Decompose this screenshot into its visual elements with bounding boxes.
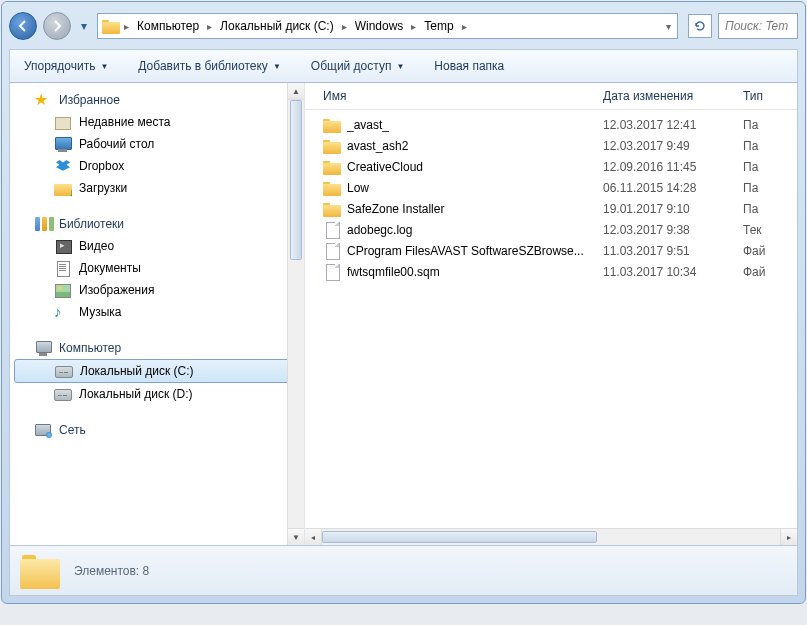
back-button[interactable]	[9, 12, 37, 40]
file-type: Па	[743, 160, 758, 174]
file-list-pane: Имя Дата изменения Тип _avast_12.03.2017…	[305, 83, 797, 545]
libraries-icon	[34, 216, 52, 232]
nav-disk-d[interactable]: Локальный диск (D:)	[10, 383, 304, 405]
sidebar-scrollbar[interactable]: ▲ ▼	[287, 83, 304, 545]
file-type: Тек	[743, 223, 762, 237]
file-name: CreativeCloud	[347, 160, 603, 174]
file-name: SafeZone Installer	[347, 202, 603, 216]
libraries-header[interactable]: Библиотеки	[10, 213, 304, 235]
file-type: Фай	[743, 244, 766, 258]
organize-button[interactable]: Упорядочить▼	[20, 56, 112, 76]
nav-recent-places[interactable]: Недавние места	[10, 111, 304, 133]
details-pane: Элементов: 8	[9, 546, 798, 596]
folder-icon	[102, 18, 120, 34]
scroll-up-button[interactable]: ▲	[288, 83, 304, 100]
refresh-button[interactable]	[688, 14, 712, 38]
nav-music[interactable]: Музыка	[10, 301, 304, 323]
file-icon	[323, 222, 341, 238]
folder-icon	[323, 159, 341, 175]
folder-icon	[323, 201, 341, 217]
item-count: Элементов: 8	[74, 564, 149, 578]
scroll-down-button[interactable]: ▼	[288, 528, 304, 545]
folder-icon	[20, 553, 60, 589]
command-bar: Упорядочить▼ Добавить в библиотеку▼ Общи…	[9, 49, 798, 83]
scroll-left-button[interactable]: ◂	[305, 529, 322, 545]
computer-header[interactable]: Компьютер	[10, 337, 304, 359]
navigation-pane: Избранное Недавние места Рабочий стол Dr…	[10, 83, 305, 545]
chevron-down-icon: ▼	[396, 62, 404, 71]
file-row[interactable]: fwtsqmfile00.sqm11.03.2017 10:34Фай	[323, 261, 797, 282]
share-button[interactable]: Общий доступ▼	[307, 56, 409, 76]
file-name: adobegc.log	[347, 223, 603, 237]
document-icon	[54, 260, 72, 276]
search-input[interactable]: Поиск: Tem	[718, 13, 798, 39]
chevron-right-icon[interactable]: ▸	[460, 21, 469, 32]
chevron-right-icon[interactable]: ▸	[122, 21, 131, 32]
file-name: Low	[347, 181, 603, 195]
scroll-thumb[interactable]	[322, 531, 597, 543]
chevron-down-icon: ▼	[100, 62, 108, 71]
file-date: 12.09.2016 11:45	[603, 160, 743, 174]
star-icon	[34, 92, 52, 108]
file-type: Па	[743, 139, 758, 153]
file-icon	[323, 264, 341, 280]
nav-dropbox[interactable]: Dropbox	[10, 155, 304, 177]
disk-icon	[55, 363, 73, 379]
nav-documents[interactable]: Документы	[10, 257, 304, 279]
file-name: avast_ash2	[347, 139, 603, 153]
breadcrumb-temp[interactable]: Temp	[420, 14, 457, 38]
file-row[interactable]: avast_ash212.03.2017 9:49Па	[323, 135, 797, 156]
file-row[interactable]: CreativeCloud12.09.2016 11:45Па	[323, 156, 797, 177]
file-name: _avast_	[347, 118, 603, 132]
file-type: Па	[743, 118, 758, 132]
file-name: fwtsqmfile00.sqm	[347, 265, 603, 279]
file-row[interactable]: SafeZone Installer19.01.2017 9:10Па	[323, 198, 797, 219]
address-dropdown[interactable]: ▾	[664, 21, 673, 32]
file-row[interactable]: adobegc.log12.03.2017 9:38Тек	[323, 219, 797, 240]
file-date: 11.03.2017 9:51	[603, 244, 743, 258]
nav-videos[interactable]: Видео	[10, 235, 304, 257]
dropbox-icon	[54, 158, 72, 174]
file-row[interactable]: Low06.11.2015 14:28Па	[323, 177, 797, 198]
computer-icon	[34, 340, 52, 356]
desktop-icon	[54, 136, 72, 152]
nav-history-dropdown[interactable]: ▾	[77, 12, 91, 40]
chevron-right-icon[interactable]: ▸	[205, 21, 214, 32]
file-row[interactable]: CProgram FilesAVAST SoftwareSZBrowse...1…	[323, 240, 797, 261]
file-type: Па	[743, 202, 758, 216]
file-date: 19.01.2017 9:10	[603, 202, 743, 216]
chevron-right-icon[interactable]: ▸	[340, 21, 349, 32]
scroll-right-button[interactable]: ▸	[780, 529, 797, 545]
horizontal-scrollbar[interactable]: ◂ ▸	[305, 528, 797, 545]
nav-pictures[interactable]: Изображения	[10, 279, 304, 301]
favorites-header[interactable]: Избранное	[10, 89, 304, 111]
include-library-button[interactable]: Добавить в библиотеку▼	[134, 56, 284, 76]
breadcrumb-windows[interactable]: Windows	[351, 14, 408, 38]
column-name[interactable]: Имя	[323, 89, 603, 103]
network-icon	[34, 422, 52, 438]
chevron-right-icon[interactable]: ▸	[409, 21, 418, 32]
file-date: 12.03.2017 12:41	[603, 118, 743, 132]
breadcrumb-computer[interactable]: Компьютер	[133, 14, 203, 38]
new-folder-button[interactable]: Новая папка	[430, 56, 508, 76]
network-header[interactable]: Сеть	[10, 419, 304, 441]
nav-disk-c[interactable]: Локальный диск (C:)	[14, 359, 300, 383]
file-date: 11.03.2017 10:34	[603, 265, 743, 279]
file-date: 06.11.2015 14:28	[603, 181, 743, 195]
file-row[interactable]: _avast_12.03.2017 12:41Па	[323, 114, 797, 135]
file-type: Па	[743, 181, 758, 195]
address-bar[interactable]: ▸ Компьютер ▸ Локальный диск (C:) ▸ Wind…	[97, 13, 678, 39]
file-icon	[323, 243, 341, 259]
music-icon	[54, 304, 72, 320]
column-date[interactable]: Дата изменения	[603, 89, 743, 103]
breadcrumb-disk-c[interactable]: Локальный диск (C:)	[216, 14, 338, 38]
forward-button[interactable]	[43, 12, 71, 40]
nav-desktop[interactable]: Рабочий стол	[10, 133, 304, 155]
nav-downloads[interactable]: Загрузки	[10, 177, 304, 199]
navigation-bar: ▾ ▸ Компьютер ▸ Локальный диск (C:) ▸ Wi…	[9, 9, 798, 43]
folder-icon	[323, 138, 341, 154]
image-icon	[54, 282, 72, 298]
column-type[interactable]: Тип	[743, 89, 797, 103]
scroll-thumb[interactable]	[290, 100, 302, 260]
download-icon	[54, 180, 72, 196]
